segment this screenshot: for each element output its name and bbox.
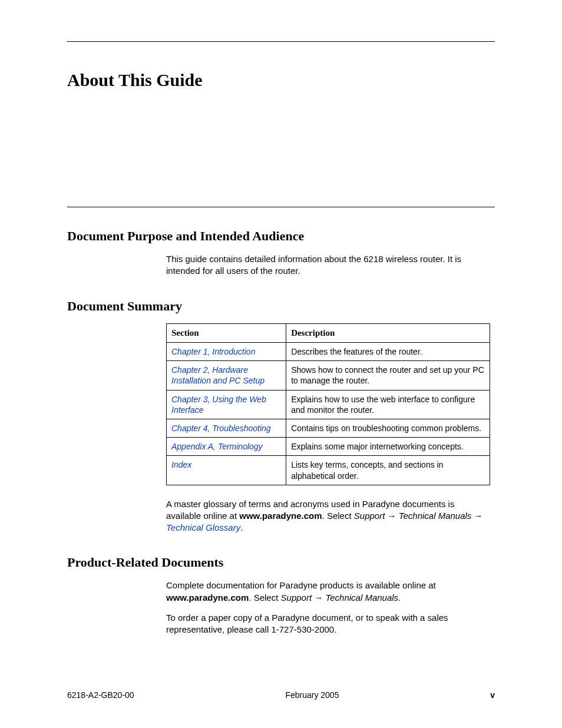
- nav-manuals: Technical Manuals: [325, 593, 398, 603]
- arrow-icon: →: [312, 593, 325, 603]
- page-title: About This Guide: [67, 70, 495, 90]
- table-row: Chapter 2, Hardware Installation and PC …: [167, 361, 490, 390]
- nav-manuals: Technical Manuals: [399, 511, 472, 521]
- toc-desc: Lists key terms, concepts, and sections …: [286, 456, 490, 485]
- footer-doc-id: 6218-A2-GB20-00: [67, 690, 134, 700]
- footer-date: February 2005: [285, 690, 339, 700]
- toc-link[interactable]: Index: [171, 460, 191, 469]
- toc-link[interactable]: Chapter 3, Using the Web Interface: [171, 395, 266, 415]
- top-rule: [67, 41, 495, 42]
- table-row: Chapter 4, Troubleshooting Contains tips…: [167, 419, 490, 437]
- toc-link[interactable]: Chapter 2, Hardware Installation and PC …: [171, 365, 265, 385]
- site-url: www.paradyne.com: [239, 511, 322, 521]
- toc-desc: Describes the features of the router.: [286, 343, 490, 361]
- heading-purpose: Document Purpose and Intended Audience: [67, 229, 495, 244]
- table-row: Appendix A, Terminology Explains some ma…: [167, 438, 490, 456]
- th-description: Description: [286, 323, 490, 343]
- second-rule: [67, 207, 495, 207]
- toc-desc: Explains some major internetworking conc…: [286, 438, 490, 456]
- related-p1: Complete documentation for Paradyne prod…: [166, 580, 490, 604]
- purpose-body: This guide contains detailed information…: [166, 253, 490, 277]
- toc-link[interactable]: Chapter 4, Troubleshooting: [171, 423, 271, 433]
- related-p2: To order a paper copy of a Paradyne docu…: [166, 612, 490, 636]
- heading-summary: Document Summary: [67, 299, 495, 314]
- table-row: Index Lists key terms, concepts, and sec…: [167, 456, 490, 485]
- nav-support: Support: [354, 511, 385, 521]
- summary-table: Section Description Chapter 1, Introduct…: [166, 323, 490, 485]
- footer-page-number: v: [490, 690, 495, 700]
- heading-related: Product-Related Documents: [67, 555, 495, 570]
- toc-desc: Shows how to connect the router and set …: [286, 361, 490, 390]
- toc-link[interactable]: Appendix A, Terminology: [171, 442, 263, 451]
- table-row: Chapter 3, Using the Web Interface Expla…: [167, 390, 490, 419]
- toc-desc: Contains tips on troubleshooting common …: [286, 419, 490, 437]
- technical-glossary-link[interactable]: Technical Glossary: [166, 522, 240, 532]
- toc-desc: Explains how to use the web interface to…: [286, 390, 490, 419]
- arrow-icon: →: [385, 511, 398, 521]
- table-head-row: Section Description: [167, 323, 490, 343]
- table-row: Chapter 1, Introduction Describes the fe…: [167, 343, 490, 361]
- arrow-icon: →: [471, 511, 482, 521]
- th-section: Section: [167, 323, 286, 343]
- site-url: www.paradyne.com: [166, 593, 249, 603]
- nav-support: Support: [281, 593, 312, 603]
- page-footer: 6218-A2-GB20-00 February 2005 v: [67, 690, 495, 700]
- toc-link[interactable]: Chapter 1, Introduction: [171, 347, 255, 356]
- glossary-paragraph: A master glossary of terms and acronyms …: [166, 498, 490, 534]
